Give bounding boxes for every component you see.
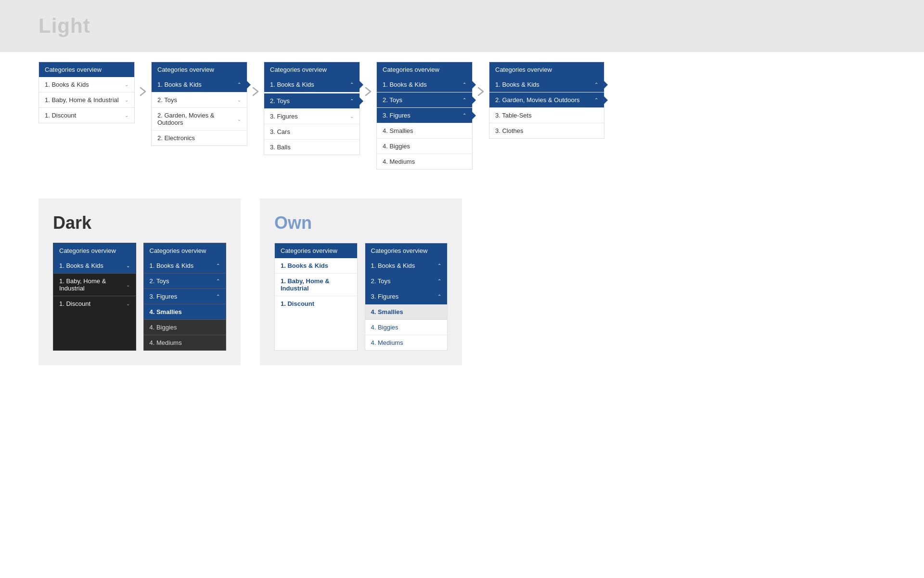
chevron-up-icon: ⌃	[350, 82, 354, 87]
chevron-up-icon: ⌃	[462, 97, 466, 103]
light-menu-1: Categories overview 1. Books & Kids ⌄ 1.…	[38, 62, 135, 123]
chevron-up-icon: ⌃	[437, 294, 441, 299]
own-menu-2: Categories overview 1. Books & Kids ⌃ 2.…	[365, 243, 448, 351]
list-item[interactable]: 1. Discount ⌄	[53, 296, 136, 311]
list-item[interactable]: 1. Books & Kids ⌃	[152, 77, 247, 92]
chevron-down-icon: ⌄	[350, 114, 354, 119]
list-item[interactable]: 1. Books & Kids ⌃	[489, 77, 604, 92]
dark-menu2-header: Categories overview	[144, 243, 226, 258]
list-item[interactable]: 1. Books & Kids ⌃	[365, 258, 448, 274]
chevron-up-icon: ⌃	[462, 82, 466, 87]
list-item[interactable]: 3. Figures ⌃	[144, 289, 226, 304]
chevron-up-icon: ⌃	[437, 278, 441, 284]
list-item[interactable]: 2. Toys ⌃	[365, 274, 448, 289]
chevron-down-icon: ⌄	[126, 282, 130, 288]
list-item[interactable]: 4. Smallies	[144, 304, 226, 320]
list-item[interactable]: 3. Balls	[264, 140, 359, 155]
menu2-header: Categories overview	[152, 62, 247, 77]
chevron-down-icon: ⌄	[237, 117, 241, 122]
chevron-down-icon: ⌄	[237, 97, 241, 103]
list-item[interactable]: 2. Electronics	[152, 131, 247, 145]
list-item[interactable]: 1. Books & Kids ⌄	[39, 77, 134, 92]
list-item[interactable]: 3. Table-Sets	[489, 108, 604, 123]
list-item[interactable]: 2. Toys ⌃	[377, 92, 472, 108]
list-item[interactable]: 1. Discount ⌄	[39, 108, 134, 123]
list-item[interactable]: 1. Books & Kids ⌃	[264, 77, 359, 92]
own-menus: Categories overview 1. Books & Kids 1. B…	[274, 243, 448, 351]
chevron-up-icon: ⌃	[462, 113, 466, 118]
arrow-4	[476, 62, 485, 97]
list-item[interactable]: 1. Baby, Home & Industrial ⌄	[53, 274, 136, 296]
own-title: Own	[274, 213, 448, 233]
list-item[interactable]: 4. Mediums	[144, 335, 226, 350]
own-menu-1: Categories overview 1. Books & Kids 1. B…	[274, 243, 358, 351]
bottom-sections: Dark Categories overview 1. Books & Kids…	[38, 198, 895, 365]
list-item[interactable]: 2. Garden, Movies & Outdoors ⌄	[152, 108, 247, 131]
list-item[interactable]: 2. Toys ⌃	[144, 274, 226, 289]
light-title: Light	[38, 14, 895, 38]
chevron-up-icon: ⌃	[216, 263, 220, 268]
list-item[interactable]: 4. Smallies	[377, 123, 472, 139]
list-item[interactable]: 2. Garden, Movies & Outdoors ⌃	[489, 92, 604, 108]
list-item[interactable]: 3. Figures ⌃	[377, 108, 472, 123]
dark-menus: Categories overview 1. Books & Kids ⌄ 1.…	[53, 243, 226, 351]
chevron-up-icon: ⌃	[437, 263, 441, 268]
menu4-header: Categories overview	[377, 62, 472, 77]
list-item[interactable]: 4. Biggies	[365, 320, 448, 335]
chevron-down-icon: ⌄	[126, 263, 130, 268]
light-menu-2: Categories overview 1. Books & Kids ⌃ 2.…	[151, 62, 247, 146]
chevron-up-icon: ⌃	[350, 98, 354, 104]
dark-menu-1: Categories overview 1. Books & Kids ⌄ 1.…	[53, 243, 136, 351]
own-menu1-header: Categories overview	[275, 243, 357, 258]
dark-title: Dark	[53, 213, 226, 233]
dark-section: Dark Categories overview 1. Books & Kids…	[38, 198, 241, 365]
own-menu2-header: Categories overview	[365, 243, 448, 258]
list-item[interactable]: 1. Baby, Home & Industrial	[275, 274, 357, 296]
list-item[interactable]: 4. Biggies	[377, 139, 472, 154]
list-item[interactable]: 2. Toys ⌄	[152, 92, 247, 108]
light-menus-section: Categories overview 1. Books & Kids ⌄ 1.…	[38, 62, 895, 170]
chevron-up-icon: ⌃	[594, 97, 598, 103]
list-item[interactable]: 4. Smallies	[365, 304, 448, 320]
list-item[interactable]: 1. Books & Kids ⌃	[377, 77, 472, 92]
chevron-up-icon: ⌃	[216, 294, 220, 299]
list-item[interactable]: 1. Baby, Home & Industrial ⌄	[39, 92, 134, 108]
arrow-3	[364, 62, 372, 97]
list-item[interactable]: 3. Figures ⌃	[365, 289, 448, 304]
dark-menu1-header: Categories overview	[53, 243, 136, 258]
list-item[interactable]: 1. Books & Kids	[275, 258, 357, 274]
light-section-header: Light	[0, 0, 924, 52]
list-item[interactable]: 4. Mediums	[377, 154, 472, 169]
list-item[interactable]: 4. Biggies	[144, 320, 226, 335]
own-section: Own Categories overview 1. Books & Kids …	[260, 198, 462, 365]
light-menu-4: Categories overview 1. Books & Kids ⌃ 2.…	[376, 62, 473, 170]
arrow-2	[251, 62, 260, 97]
light-menu-5: Categories overview 1. Books & Kids ⌃ 2.…	[489, 62, 604, 139]
list-item[interactable]: 1. Books & Kids ⌃	[144, 258, 226, 274]
chevron-down-icon: ⌄	[125, 97, 128, 103]
chevron-up-icon: ⌃	[237, 82, 241, 87]
light-menu-3: Categories overview 1. Books & Kids ⌃ 2.…	[264, 62, 360, 155]
menu3-header: Categories overview	[264, 62, 359, 77]
dark-menu-2: Categories overview 1. Books & Kids ⌃ 2.…	[143, 243, 227, 351]
list-item[interactable]: 1. Books & Kids ⌄	[53, 258, 136, 274]
list-item[interactable]: 3. Cars	[264, 124, 359, 140]
chevron-up-icon: ⌃	[216, 278, 220, 284]
chevron-down-icon: ⌄	[125, 113, 128, 118]
chevron-up-icon: ⌃	[594, 82, 598, 87]
chevron-down-icon: ⌄	[125, 82, 128, 87]
list-item[interactable]: 2. Toys ⌃	[264, 93, 359, 109]
menu1-header: Categories overview	[39, 62, 134, 77]
list-item[interactable]: 3. Clothes	[489, 123, 604, 138]
main-content: Categories overview 1. Books & Kids ⌄ 1.…	[0, 62, 924, 384]
arrow-1	[139, 62, 147, 97]
list-item[interactable]: 1. Discount	[275, 296, 357, 311]
menu5-header: Categories overview	[489, 62, 604, 77]
chevron-down-icon: ⌄	[126, 301, 130, 306]
list-item[interactable]: 3. Figures ⌄	[264, 109, 359, 124]
list-item[interactable]: 4. Mediums	[365, 335, 448, 350]
